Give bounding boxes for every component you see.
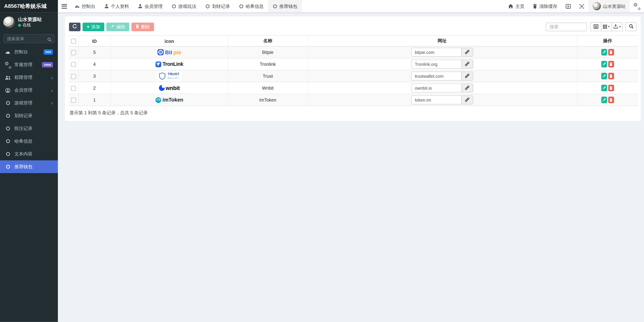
chevron-down-icon: ▼: [608, 26, 610, 28]
refresh-button[interactable]: [69, 22, 80, 31]
sidebar-item-console[interactable]: 控制台hot: [0, 46, 58, 59]
row-delete-button[interactable]: [608, 49, 614, 55]
sidebar-menu: 控制台hot⚙⚙常规管理new权限管理‹会员管理‹游戏管理‹划转记录投注记录哈希…: [0, 46, 58, 173]
row-checkbox[interactable]: [71, 74, 76, 79]
sidebar-item-label: 权限管理: [14, 74, 32, 81]
sidebar-item-games[interactable]: 游戏管理‹: [0, 97, 58, 109]
cell-icon: wnbit: [110, 82, 228, 94]
link-button[interactable]: [461, 83, 473, 93]
circle-icon: [5, 114, 10, 118]
url-input[interactable]: [411, 95, 461, 104]
add-button[interactable]: + 添加: [82, 22, 104, 31]
tab-members[interactable]: 会员管理: [134, 0, 167, 12]
usercircle-icon: [5, 88, 10, 93]
sidebar-search-input[interactable]: [3, 34, 55, 43]
url-input[interactable]: [411, 48, 461, 57]
pencil-icon: [602, 85, 606, 91]
row-delete-button[interactable]: [608, 73, 614, 79]
detail-view-button[interactable]: [590, 22, 601, 31]
pencil-icon: [602, 49, 606, 55]
circle-icon: [5, 101, 10, 105]
sidebar-item-text[interactable]: 文本内容: [0, 148, 58, 160]
link-button[interactable]: [461, 72, 473, 81]
row-checkbox[interactable]: [71, 86, 76, 91]
bitpie-logo: Bitpie: [157, 49, 181, 55]
export-button[interactable]: ▼: [612, 22, 623, 31]
sidebar-item-wallets[interactable]: 推荐钱包: [0, 160, 58, 173]
nav-right: 主页 清除缓存 A 山水资源站: [504, 0, 644, 12]
columns-button[interactable]: ▼: [601, 22, 612, 31]
toolbar-right: ▼ ▼: [546, 22, 636, 31]
row-checkbox[interactable]: [71, 50, 76, 55]
user-menu[interactable]: 山水资源站: [588, 0, 630, 12]
sidebar-username: 山水资源站: [18, 17, 42, 22]
home-link[interactable]: 主页: [504, 0, 528, 12]
table-search-input[interactable]: [546, 22, 587, 31]
tab-hash[interactable]: 哈希信息: [234, 0, 268, 12]
row-delete-button[interactable]: [608, 61, 614, 67]
sidebar-item-label: 控制台: [14, 49, 28, 55]
row-delete-button[interactable]: [608, 97, 614, 103]
fullscreen-button[interactable]: [575, 0, 589, 12]
row-edit-button[interactable]: [601, 97, 607, 103]
gears-icon: ⚙⚙: [634, 3, 640, 9]
edit-button[interactable]: 编辑: [106, 22, 129, 31]
tab-wallets[interactable]: 推荐钱包: [268, 0, 302, 12]
nav-tabs: 控制台个人资料会员管理游戏玩法划转记录哈希信息推荐钱包: [70, 0, 302, 12]
chevron-left-icon: ‹: [51, 88, 53, 93]
avatar: [3, 17, 15, 28]
sidebar-item-members[interactable]: 会员管理‹: [0, 84, 58, 97]
sidebar-item-permissions[interactable]: 权限管理‹: [0, 71, 58, 84]
cell-name: Tronlink: [228, 58, 308, 70]
row-delete-button[interactable]: [608, 85, 614, 91]
row-edit-button[interactable]: [601, 61, 607, 67]
avatar: [593, 2, 601, 10]
sidebar-toggle-button[interactable]: [58, 0, 70, 12]
language-button[interactable]: A: [562, 0, 575, 12]
cell-id: 2: [78, 82, 110, 94]
search-button[interactable]: [626, 22, 636, 31]
sidebar-item-bets[interactable]: 投注记录: [0, 122, 58, 135]
sidebar-item-label: 划转记录: [14, 113, 32, 119]
delete-button[interactable]: 删除: [132, 22, 154, 31]
tab-transfer[interactable]: 划转记录: [201, 0, 234, 12]
cell-name: Trust: [228, 70, 308, 82]
row-edit-button[interactable]: [601, 73, 607, 79]
pencil-icon: [602, 61, 606, 67]
sidebar-item-general[interactable]: ⚙⚙常规管理new: [0, 59, 58, 71]
tab-label: 推荐钱包: [279, 3, 297, 9]
url-input[interactable]: [411, 83, 461, 93]
link-button[interactable]: [461, 60, 473, 69]
row-edit-button[interactable]: [601, 85, 607, 91]
sidebar-item-label: 常规管理: [14, 62, 32, 68]
tab-profile[interactable]: 个人资料: [100, 0, 134, 12]
link-button[interactable]: [461, 48, 473, 57]
link-icon: [464, 85, 470, 91]
row-checkbox[interactable]: [71, 98, 76, 103]
cell-url: [308, 58, 576, 70]
circle-icon: [172, 4, 176, 9]
row-edit-button[interactable]: [601, 49, 607, 55]
row-checkbox[interactable]: [71, 62, 76, 67]
url-input[interactable]: [411, 60, 461, 69]
select-all-checkbox[interactable]: [71, 39, 76, 44]
nav-tabs-bar: 控制台个人资料会员管理游戏玩法划转记录哈希信息推荐钱包: [58, 0, 302, 12]
clear-cache-button[interactable]: 清除缓存: [528, 0, 562, 12]
sidebar-item-label: 会员管理: [14, 87, 32, 93]
trash-icon: [609, 73, 613, 79]
sidebar-item-hash[interactable]: 哈希信息: [0, 135, 58, 148]
settings-button[interactable]: ⚙⚙: [630, 0, 644, 12]
cell-actions: [576, 82, 638, 94]
cell-id: 1: [78, 94, 110, 106]
tab-gameplay[interactable]: 游戏玩法: [167, 0, 201, 12]
table-row: 3TRUSTWALLETTrust: [69, 70, 638, 82]
url-input[interactable]: [411, 72, 461, 81]
table-row: 5BitpieBitpie: [69, 46, 638, 58]
cell-url: [308, 70, 576, 82]
cell-actions: [576, 46, 638, 58]
tab-console[interactable]: 控制台: [70, 0, 100, 12]
sidebar-item-transfer[interactable]: 划转记录: [0, 109, 58, 122]
tronlink-logo: TronLink: [155, 61, 183, 67]
link-button[interactable]: [461, 95, 473, 104]
dashboard-icon: [75, 4, 80, 9]
